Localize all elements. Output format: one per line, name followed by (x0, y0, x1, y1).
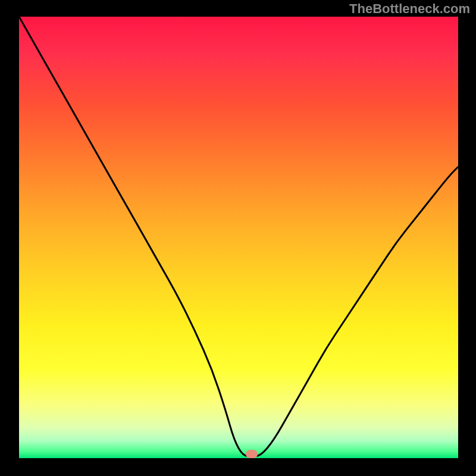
optimal-point-marker (246, 450, 258, 458)
curve-svg (19, 17, 458, 458)
plot-area (19, 17, 458, 458)
bottleneck-curve (19, 17, 458, 456)
watermark-text: TheBottleneck.com (349, 1, 470, 17)
chart-container: TheBottleneck.com (0, 0, 476, 476)
